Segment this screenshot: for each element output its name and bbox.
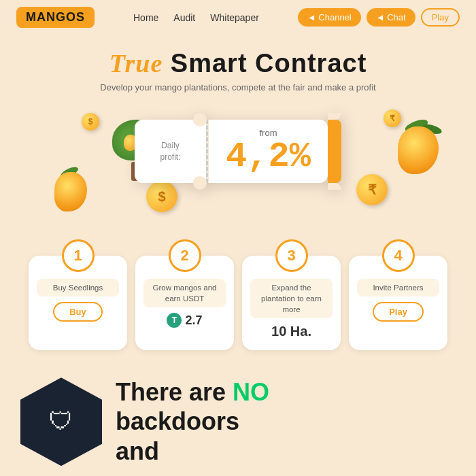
bottom-section: 🛡 There are NO backdoors and	[0, 364, 476, 466]
step-desc-4: Invite Partners	[357, 279, 439, 296]
hero-title: True Smart Contract	[0, 48, 476, 78]
hero-title-italic: True	[109, 49, 163, 78]
bottom-line2: backdoors	[116, 407, 239, 435]
nav-whitepaper[interactable]: Whitepaper	[210, 12, 259, 23]
nav-buttons: ◄ Channel ◄ Chat Play	[298, 8, 460, 27]
bottom-no-word: NO	[233, 378, 269, 406]
big-mango-right	[394, 120, 442, 174]
profit-ticket: Daily profit: from 4,2%	[135, 120, 341, 183]
step-number-4: 4	[382, 239, 415, 272]
logo[interactable]: MANGOS	[16, 7, 95, 28]
step-2-number: 2.7	[185, 313, 202, 328]
ticket-tab	[328, 120, 341, 183]
ticket-area: $ ₹ $ ₹ Daily profit: from	[0, 106, 476, 235]
step-number-1: 1	[62, 239, 95, 272]
bottom-headline: There are NO backdoors and	[116, 377, 269, 466]
hero-section: True Smart Contract Develop your mango p…	[0, 35, 476, 99]
ticket-right-panel: from 4,2%	[209, 120, 328, 183]
step-number-2: 2	[169, 239, 201, 272]
ticket-percent-value: 4,2%	[226, 139, 311, 175]
shield-hexagon: 🛡	[20, 377, 102, 466]
coin-center-left: $	[146, 181, 177, 212]
play-button[interactable]: Play	[421, 8, 460, 27]
step-ha-value: 10 Ha.	[271, 324, 311, 339]
step-content-1: Buy Seedlings Buy	[37, 279, 119, 322]
step-card-2: 2 Grow mangos and earn USDT T 2.7	[135, 256, 234, 350]
step-play-button[interactable]: Play	[373, 302, 424, 322]
channel-button[interactable]: ◄ Channel	[298, 8, 361, 27]
step-desc-1: Buy Seedlings	[37, 279, 119, 296]
steps-section: 1 Buy Seedlings Buy 2 Grow mangos and ea…	[0, 235, 476, 357]
hero-subtitle: Develop your mango plantations, compete …	[0, 82, 476, 92]
step-card-4: 4 Invite Partners Play	[349, 256, 447, 350]
small-mango-fruit	[54, 172, 87, 211]
step-content-2: Grow mangos and earn USDT T 2.7	[143, 279, 226, 328]
nav-home[interactable]: Home	[133, 12, 158, 23]
chat-button[interactable]: ◄ Chat	[367, 8, 415, 27]
step-desc-2: Grow mangos and earn USDT	[143, 279, 226, 307]
small-mango-left	[54, 167, 92, 211]
tether-icon: T	[167, 313, 182, 328]
logo-s: S	[76, 10, 85, 24]
step-number-3: 3	[275, 239, 308, 272]
step-card-3: 3 Expand the plantation to earn more 10 …	[242, 256, 341, 350]
bottom-line1: There are	[116, 378, 226, 406]
coin-topleft: $	[82, 113, 99, 131]
notch-bottom-left	[193, 176, 207, 190]
notch-top-left	[193, 113, 207, 126]
coin-center-right: ₹	[356, 174, 388, 205]
ticket-daily-label: Daily profit:	[160, 140, 180, 163]
step-content-3: Expand the plantation to earn more 10 Ha…	[250, 279, 333, 339]
step-buy-button[interactable]: Buy	[53, 302, 103, 322]
step-card-1: 1 Buy Seedlings Buy	[29, 256, 127, 350]
bottom-line3: and	[116, 437, 159, 465]
step-content-4: Invite Partners Play	[357, 279, 439, 322]
hero-title-rest: Smart Contract	[163, 49, 367, 78]
step-desc-3: Expand the plantation to earn more	[250, 279, 333, 318]
shield-icon: 🛡	[49, 407, 73, 436]
ticket-left-panel: Daily profit:	[135, 120, 206, 183]
nav-links: Home Audit Whitepaper	[133, 12, 259, 23]
logo-text: MANGO	[26, 10, 76, 24]
big-mango-fruit	[398, 126, 439, 174]
navbar: MANGOS Home Audit Whitepaper ◄ Channel ◄…	[0, 0, 476, 35]
nav-audit[interactable]: Audit	[173, 12, 195, 23]
step-tether-value: T 2.7	[167, 313, 202, 328]
